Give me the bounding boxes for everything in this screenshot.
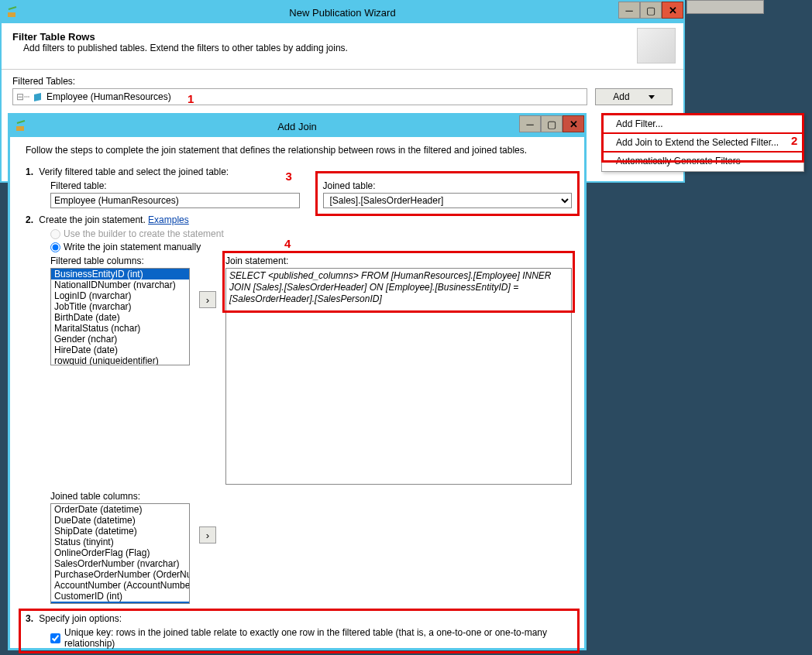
uniquekey-checkbox[interactable] [50, 633, 60, 643]
filtered-tables-tree[interactable]: ⊟┄ Employee (HumanResources) [12, 88, 587, 105]
maximize-button[interactable]: ▢ [640, 2, 662, 19]
add-dropdown-menu: Add Filter... Add Join to Extend the Sel… [601, 113, 804, 172]
joined-col-item[interactable]: OrderDate (datetime) [51, 504, 189, 515]
header-graphic-icon [637, 28, 676, 63]
add-join-window: Add Join ─ ▢ ✕ Follow the steps to compl… [8, 113, 587, 650]
add-button[interactable]: Add [595, 88, 673, 105]
close-button[interactable]: ✕ [662, 2, 683, 19]
step-1-number: 1. [26, 166, 36, 177]
addjoin-title: Add Join [10, 121, 584, 132]
move-right-button-1[interactable]: › [199, 291, 216, 308]
table-icon [33, 91, 43, 102]
joined-col-item[interactable]: Status (tinyint) [51, 537, 189, 547]
filtered-cols-label: Filtered table columns: [50, 255, 190, 266]
menu-add-filter[interactable]: Add Filter... [602, 115, 803, 132]
header-title: Filter Table Rows [12, 31, 673, 43]
step-2-number: 2. [26, 214, 36, 225]
radio-builder[interactable]: Use the builder to create the statement [50, 228, 572, 239]
joined-col-item[interactable]: PurchaseOrderNumber (OrderNum [51, 569, 189, 580]
wizard-header: Filter Table Rows Add filters to publish… [2, 23, 683, 70]
filtered-col-item[interactable]: MaritalStatus (nchar) [51, 323, 189, 334]
filtered-col-item[interactable]: HireDate (date) [51, 345, 189, 355]
tree-item-label: Employee (HumanResources) [46, 91, 171, 102]
step-3-number: 3. [26, 613, 36, 624]
joined-col-item[interactable]: ShipDate (datetime) [51, 526, 189, 537]
examples-link[interactable]: Examples [148, 214, 189, 225]
joined-table-select[interactable]: [Sales].[SalesOrderHeader] [323, 193, 573, 208]
step-3-text: Specify join options: [39, 613, 122, 624]
chevron-down-icon [649, 95, 655, 99]
menu-auto-generate[interactable]: Automatically Generate Filters [602, 153, 803, 170]
filtered-col-item[interactable]: rowguid (uniqueidentifier) [51, 355, 189, 365]
filtered-col-item[interactable]: NationalIDNumber (nvarchar) [51, 279, 189, 290]
join-statement-box[interactable]: SELECT <published_columns> FROM [HumanRe… [225, 268, 572, 485]
joined-col-item[interactable]: DueDate (datetime) [51, 515, 189, 526]
filtered-table-label: Filtered table: [50, 180, 300, 191]
uniquekey-label: Unique key: rows in the joined table rel… [64, 627, 572, 649]
step-1-text: Verify filtered table and select the joi… [39, 166, 229, 177]
main-titlebar[interactable]: New Publication Wizard ─ ▢ ✕ [2, 2, 683, 23]
addjoin-close-button[interactable]: ✕ [563, 115, 584, 132]
joined-col-item[interactable]: SalesOrderNumber (nvarchar) [51, 558, 189, 569]
filtered-col-item[interactable]: BusinessEntityID (int) [51, 269, 189, 279]
joined-table-label: Joined table: [323, 180, 573, 191]
addjoin-minimize-button[interactable]: ─ [519, 115, 541, 132]
step-2-text: Create the join statement. [39, 214, 145, 225]
joined-col-item[interactable]: CustomerID (int) [51, 591, 189, 602]
move-right-button-2[interactable]: › [199, 526, 216, 544]
filtered-col-item[interactable]: JobTitle (nvarchar) [51, 301, 189, 312]
filtered-tables-label: Filtered Tables: [12, 76, 673, 87]
join-statement-label: Join statement: [225, 255, 572, 266]
uniquekey-checkbox-row[interactable]: Unique key: rows in the joined table rel… [50, 627, 572, 649]
filtered-table-field [50, 193, 300, 208]
filtered-columns-list[interactable]: BusinessEntityID (int)NationalIDNumber (… [50, 268, 190, 365]
filtered-col-item[interactable]: BirthDate (date) [51, 312, 189, 323]
joined-columns-list[interactable]: OrderDate (datetime)DueDate (datetime)Sh… [50, 503, 190, 604]
radio-manual[interactable]: Write the join statement manually [50, 242, 572, 252]
addjoin-titlebar[interactable]: Add Join ─ ▢ ✕ [10, 115, 584, 137]
tree-item-employee[interactable]: ⊟┄ Employee (HumanResources) [13, 89, 587, 105]
joined-col-item[interactable]: OnlineOrderFlag (Flag) [51, 547, 189, 558]
joined-cols-label: Joined table columns: [50, 491, 190, 502]
menu-add-join[interactable]: Add Join to Extend the Selected Filter..… [602, 132, 803, 153]
filtered-col-item[interactable]: LoginID (nvarchar) [51, 290, 189, 301]
header-subtitle: Add filters to published tables. Extend … [23, 43, 673, 53]
intro-text: Follow the steps to complete the join st… [26, 145, 572, 156]
joined-col-item[interactable]: AccountNumber (AccountNumber) [51, 580, 189, 591]
minimize-button[interactable]: ─ [618, 2, 640, 19]
filtered-col-item[interactable]: Gender (nchar) [51, 334, 189, 345]
main-title: New Publication Wizard [2, 7, 683, 19]
stray-ui-bar [686, 0, 764, 14]
addjoin-maximize-button[interactable]: ▢ [541, 115, 563, 132]
joined-col-item[interactable]: SalesPersonID (int) [51, 602, 189, 604]
